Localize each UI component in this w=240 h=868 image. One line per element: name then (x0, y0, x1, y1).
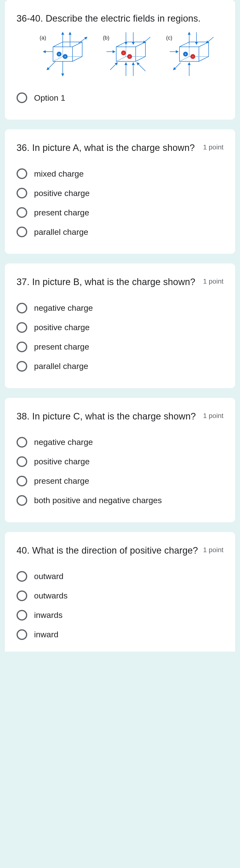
q40-option-3-label: inward (34, 630, 58, 639)
q38-title: 38. In picture C, what is the charge sho… (17, 410, 196, 423)
q37-option-0[interactable]: negative charge (17, 299, 223, 318)
q36-title: 36. In picture A, what is the charge sho… (17, 142, 195, 154)
svg-line-15 (143, 37, 150, 43)
svg-text:−: − (123, 52, 124, 54)
q37-points: 1 point (203, 278, 223, 285)
svg-line-4 (47, 61, 55, 70)
radio-icon (17, 342, 27, 352)
q38-option-3-label: both positive and negative charges (34, 496, 162, 505)
intro-option-1-row[interactable]: Option 1 (17, 88, 223, 107)
radio-icon (17, 322, 27, 333)
q36-option-2[interactable]: present charge (17, 203, 223, 222)
intro-option-1-label: Option 1 (34, 93, 65, 103)
q36-option-0-label: mixed charge (34, 169, 84, 179)
q37-option-2-label: present charge (34, 342, 89, 351)
figure-a-label: (a) (39, 35, 46, 41)
radio-icon (17, 92, 27, 103)
q38-option-1-label: positive charge (34, 457, 90, 466)
q40-option-1[interactable]: outwards (17, 586, 223, 606)
question-36-card: 36. In picture A, what is the charge sho… (5, 129, 235, 254)
question-37-card: 37. In picture B, what is the charge sho… (5, 264, 235, 388)
q36-option-1[interactable]: positive charge (17, 183, 223, 203)
radio-icon (17, 495, 27, 506)
figure-b: (b) − − (104, 30, 153, 79)
svg-line-5 (79, 37, 87, 43)
q40-option-1-label: outwards (34, 591, 68, 600)
figure-b-label: (b) (103, 35, 109, 41)
figure-c-label: (c) (166, 35, 172, 41)
radio-icon (17, 590, 27, 601)
question-intro-card: 36-40. Describe the electric fields in r… (5, 0, 235, 120)
radio-icon (17, 226, 27, 237)
question-40-card: 40. What is the direction of positive ch… (5, 532, 235, 652)
q38-option-0[interactable]: negative charge (17, 433, 223, 452)
radio-icon (17, 571, 27, 582)
figure-row: (a) + + (b) (26, 30, 223, 79)
radio-icon (17, 476, 27, 487)
q36-points: 1 point (203, 143, 223, 151)
q37-option-2[interactable]: present charge (17, 337, 223, 356)
radio-icon (17, 303, 27, 313)
radio-icon (17, 168, 27, 179)
q36-option-3-label: parallel charge (34, 227, 88, 237)
svg-text:+: + (64, 55, 66, 58)
q38-option-2[interactable]: present charge (17, 471, 223, 491)
radio-icon (17, 456, 27, 467)
q38-option-1[interactable]: positive charge (17, 452, 223, 471)
radio-icon (17, 610, 27, 621)
q36-option-3[interactable]: parallel charge (17, 222, 223, 242)
svg-line-26 (206, 37, 213, 43)
svg-text:−: − (129, 55, 130, 58)
q40-option-2[interactable]: inwards (17, 606, 223, 625)
q40-points: 1 point (203, 546, 223, 554)
svg-line-27 (174, 63, 181, 70)
question-38-card: 38. In picture C, what is the charge sho… (5, 398, 235, 522)
radio-icon (17, 361, 27, 372)
q37-option-0-label: negative charge (34, 303, 93, 313)
q37-option-3[interactable]: parallel charge (17, 356, 223, 376)
q38-option-3[interactable]: both positive and negative charges (17, 491, 223, 510)
q40-option-2-label: inwards (34, 610, 62, 620)
q38-points: 1 point (203, 412, 223, 420)
q37-option-1[interactable]: positive charge (17, 318, 223, 337)
svg-line-17 (137, 63, 145, 71)
q40-option-0[interactable]: outward (17, 567, 223, 586)
q40-title: 40. What is the direction of positive ch… (17, 544, 198, 557)
figure-a: (a) + + (41, 30, 89, 79)
intro-title: 36-40. Describe the electric fields in r… (17, 12, 223, 25)
svg-text:−: − (192, 55, 193, 58)
q38-option-0-label: negative charge (34, 437, 93, 447)
q37-option-1-label: positive charge (34, 323, 90, 332)
svg-text:+: + (185, 53, 186, 56)
q36-option-1-label: positive charge (34, 188, 90, 198)
radio-icon (17, 437, 27, 447)
figure-c: (c) + − (167, 30, 216, 79)
radio-icon (17, 629, 27, 640)
q38-option-2-label: present charge (34, 476, 89, 486)
q37-title: 37. In picture B, what is the charge sho… (17, 276, 195, 288)
radio-icon (17, 207, 27, 218)
svg-line-16 (110, 63, 117, 70)
q40-option-0-label: outward (34, 571, 63, 581)
svg-text:+: + (58, 53, 60, 56)
q40-option-3[interactable]: inward (17, 625, 223, 644)
q36-option-0[interactable]: mixed charge (17, 164, 223, 183)
radio-icon (17, 188, 27, 198)
q37-option-3-label: parallel charge (34, 362, 88, 371)
q36-option-2-label: present charge (34, 208, 89, 217)
